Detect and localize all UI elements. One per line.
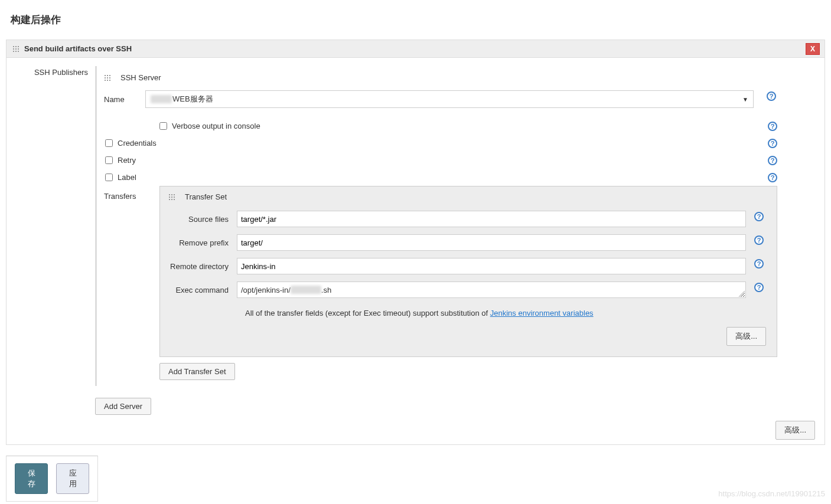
delete-step-button[interactable]: X [806, 43, 820, 55]
label-checkbox[interactable] [105, 174, 113, 181]
retry-label: Retry [118, 156, 136, 165]
outer-advanced-button[interactable]: 高级... [775, 421, 815, 440]
post-build-step-box: Send build artifacts over SSH X ? SSH Pu… [6, 40, 825, 445]
help-icon[interactable]: ? [754, 212, 764, 221]
exec-command-label: Exec command [160, 286, 237, 294]
drag-handle-icon[interactable] [168, 194, 175, 201]
help-icon[interactable]: ? [767, 91, 776, 101]
server-name-value: WEB服务器 [172, 94, 213, 104]
resize-handle-icon[interactable] [739, 291, 745, 297]
step-header: Send build artifacts over SSH X [6, 40, 825, 58]
help-icon[interactable]: ? [768, 139, 777, 148]
watermark: https://blog.csdn.net/l19901215 [718, 489, 825, 498]
redacted-text [291, 286, 321, 294]
transfer-set-label: Transfer Set [185, 192, 227, 201]
drag-handle-icon[interactable] [12, 45, 19, 53]
verbose-label: Verbose output in console [172, 122, 260, 130]
remote-directory-label: Remote directory [160, 262, 237, 271]
help-icon[interactable]: ? [768, 156, 777, 165]
verbose-checkbox[interactable] [159, 122, 167, 130]
remove-prefix-input[interactable] [237, 234, 746, 251]
ssh-server-label: SSH Server [120, 73, 161, 82]
drag-handle-icon[interactable] [104, 74, 111, 81]
chevron-down-icon: ▼ [742, 96, 748, 103]
transfer-set-box: Transfer Set Source files ? Remove prefi… [159, 186, 777, 357]
remove-prefix-label: Remove prefix [160, 238, 237, 247]
help-icon[interactable]: ? [754, 235, 764, 245]
name-label: Name [98, 95, 145, 104]
retry-checkbox[interactable] [105, 156, 113, 164]
credentials-checkbox[interactable] [105, 139, 113, 147]
add-transfer-set-button[interactable]: Add Transfer Set [159, 363, 235, 380]
advanced-button[interactable]: 高级... [726, 327, 766, 346]
section-title: 构建后操作 [0, 0, 831, 40]
apply-button[interactable]: 应用 [56, 463, 89, 494]
footer-bar: 保存 应用 [6, 456, 98, 502]
save-button[interactable]: 保存 [15, 463, 48, 494]
help-icon[interactable]: ? [768, 173, 777, 182]
step-title: Send build artifacts over SSH [24, 44, 132, 53]
ssh-publishers-label: SSH Publishers [30, 66, 95, 77]
redacted-text [151, 95, 172, 103]
source-files-input[interactable] [237, 211, 746, 227]
add-server-button[interactable]: Add Server [95, 398, 151, 415]
help-icon[interactable]: ? [768, 122, 777, 131]
source-files-label: Source files [160, 215, 237, 224]
transfers-label: Transfers [104, 186, 159, 386]
transfer-note: All of the transfer fields (except for E… [160, 302, 777, 325]
help-icon[interactable]: ? [754, 259, 764, 269]
remote-directory-input[interactable] [237, 258, 746, 274]
label-label: Label [118, 173, 136, 182]
exec-command-textarea[interactable]: /opt/jenkins-in/.sh [237, 282, 746, 298]
jenkins-env-link[interactable]: Jenkins environment variables [490, 309, 594, 318]
help-icon[interactable]: ? [754, 283, 764, 292]
credentials-label: Credentials [118, 139, 157, 148]
server-name-select[interactable]: WEB服务器 ▼ [145, 90, 754, 108]
